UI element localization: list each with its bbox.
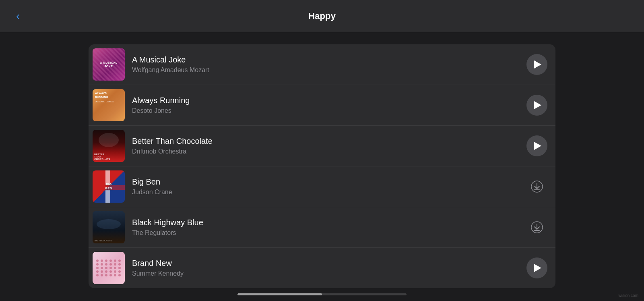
album-art-black-highway: THE REGULATORS: [93, 211, 125, 243]
play-icon: [534, 60, 541, 69]
track-action[interactable]: [526, 135, 547, 156]
track-title: Always Running: [132, 96, 518, 105]
album-art-musical-joke: A MUSICALJOKE: [93, 48, 125, 81]
play-icon: [534, 264, 541, 272]
track-list: A MUSICALJOKE A Musical Joke Wolfgang Am…: [89, 44, 555, 288]
play-icon: [534, 101, 541, 109]
track-info: A Musical Joke Wolfgang Amadeus Mozart: [132, 55, 518, 74]
album-art-text: BIGBEN: [105, 183, 112, 190]
play-button[interactable]: [526, 257, 547, 278]
track-title: A Musical Joke: [132, 55, 518, 64]
play-button[interactable]: [526, 54, 547, 75]
back-button[interactable]: ‹: [16, 10, 20, 23]
album-art-brand-new: [93, 252, 125, 284]
content-area: A MUSICALJOKE A Musical Joke Wolfgang Am…: [0, 32, 644, 301]
track-artist: Driftmob Orchestra: [132, 148, 518, 155]
scroll-thumb: [237, 293, 322, 295]
track-action[interactable]: [526, 54, 547, 75]
track-title: Big Ben: [132, 177, 518, 187]
track-title: Brand New: [132, 259, 518, 268]
track-artist: Wolfgang Amadeus Mozart: [132, 66, 518, 74]
track-title: Better Than Chocolate: [132, 137, 518, 146]
download-icon: [530, 221, 543, 234]
track-action[interactable]: [526, 217, 547, 238]
track-info: Always Running Desoto Jones: [132, 96, 518, 114]
track-item: A MUSICALJOKE A Musical Joke Wolfgang Am…: [89, 44, 555, 85]
track-info: Better Than Chocolate Driftmob Orchestra: [132, 137, 518, 155]
track-item: AlwaysRunningDesoto Jones Always Running…: [89, 85, 555, 126]
play-icon: [534, 142, 541, 150]
album-art-text: THE REGULATORS: [94, 239, 112, 242]
track-artist: Desoto Jones: [132, 107, 518, 114]
track-artist: Summer Kennedy: [132, 270, 518, 277]
album-art-dots: [96, 259, 122, 276]
track-info: Big Ben Judson Crane: [132, 177, 518, 196]
track-title: Black Highway Blue: [132, 218, 518, 227]
track-artist: The Regulators: [132, 229, 518, 237]
track-info: Brand New Summer Kennedy: [132, 259, 518, 277]
track-info: Black Highway Blue The Regulators: [132, 218, 518, 237]
album-art-big-ben: BIGBEN: [93, 170, 125, 203]
album-art-always-running: AlwaysRunningDesoto Jones: [93, 89, 125, 121]
scroll-indicator[interactable]: [237, 293, 407, 295]
album-art-text: AlwaysRunningDesoto Jones: [95, 91, 114, 103]
track-item: BETTERTHANCHOCOLATE Better Than Chocolat…: [89, 126, 555, 166]
play-button[interactable]: [526, 95, 547, 116]
album-art-text: BETTERTHANCHOCOLATE: [94, 153, 110, 160]
track-action[interactable]: [526, 176, 547, 197]
page-title: Happy: [308, 11, 336, 21]
album-art-text: A MUSICALJOKE: [98, 59, 119, 70]
download-icon: [530, 180, 543, 193]
track-artist: Judson Crane: [132, 189, 518, 196]
track-item: Brand New Summer Kennedy: [89, 248, 555, 288]
track-action[interactable]: [526, 257, 547, 278]
album-art-better-than: BETTERTHANCHOCOLATE: [93, 130, 125, 162]
track-item: BIGBEN Big Ben Judson Crane: [89, 166, 555, 207]
header: ‹ Happy: [0, 0, 644, 32]
track-item: THE REGULATORS Black Highway Blue The Re…: [89, 207, 555, 248]
track-action[interactable]: [526, 95, 547, 116]
watermark: wision.com: [619, 293, 638, 298]
play-button[interactable]: [526, 135, 547, 156]
